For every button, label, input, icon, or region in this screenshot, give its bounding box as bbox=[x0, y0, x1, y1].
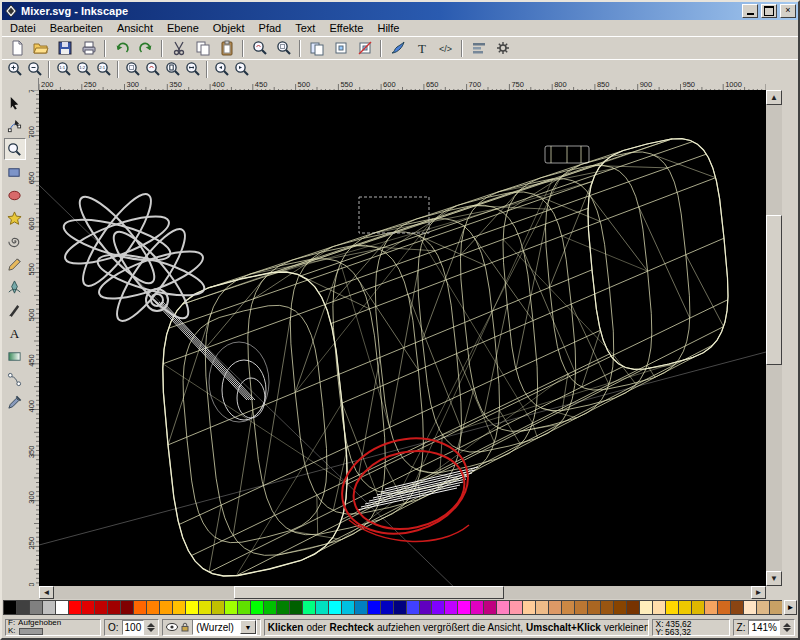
pen-tool-button[interactable] bbox=[4, 276, 26, 298]
print-document-button[interactable] bbox=[77, 37, 100, 60]
palette-swatch[interactable] bbox=[574, 600, 587, 615]
palette-swatch[interactable] bbox=[457, 600, 470, 615]
palette-swatch[interactable] bbox=[522, 600, 535, 615]
palette-swatch[interactable] bbox=[561, 600, 574, 615]
palette-swatch[interactable] bbox=[120, 600, 133, 615]
zoom-in-button[interactable] bbox=[5, 60, 24, 79]
palette-swatch[interactable] bbox=[419, 600, 432, 615]
palette-swatch[interactable] bbox=[315, 600, 328, 615]
palette-swatch[interactable] bbox=[107, 600, 120, 615]
save-document-button[interactable] bbox=[53, 37, 76, 60]
star-tool-button[interactable] bbox=[4, 207, 26, 229]
palette-swatch[interactable] bbox=[548, 600, 561, 615]
palette-swatch[interactable] bbox=[587, 600, 600, 615]
opacity-spinner[interactable] bbox=[147, 623, 155, 632]
zoom-next-button[interactable] bbox=[232, 60, 251, 79]
palette-swatch[interactable] bbox=[431, 600, 444, 615]
palette-swatch[interactable] bbox=[211, 600, 224, 615]
zoom-page-button[interactable] bbox=[163, 60, 182, 79]
palette-swatch[interactable] bbox=[198, 600, 211, 615]
palette-swatch[interactable] bbox=[3, 600, 16, 615]
menu-text[interactable]: Text bbox=[288, 21, 322, 35]
zoom-spinner[interactable] bbox=[783, 623, 791, 632]
horizontal-scroll-thumb[interactable] bbox=[234, 586, 504, 599]
palette-swatch[interactable] bbox=[652, 600, 665, 615]
palette-swatch[interactable] bbox=[367, 600, 380, 615]
layer-lock-icon[interactable] bbox=[180, 622, 190, 632]
zoom-width-button[interactable] bbox=[183, 60, 202, 79]
palette-swatch[interactable] bbox=[55, 600, 68, 615]
palette-swatch[interactable] bbox=[328, 600, 341, 615]
connector-tool-button[interactable] bbox=[4, 368, 26, 390]
clone-button[interactable] bbox=[329, 37, 352, 60]
drawing-canvas[interactable] bbox=[39, 90, 766, 586]
palette-swatch[interactable] bbox=[639, 600, 652, 615]
zoom-tool-button[interactable] bbox=[4, 138, 26, 160]
unlink-clone-button[interactable] bbox=[353, 37, 376, 60]
fill-stroke-indicator[interactable]: F:Aufgehoben K: bbox=[5, 619, 101, 636]
palette-swatch[interactable] bbox=[42, 600, 55, 615]
palette-swatch[interactable] bbox=[172, 600, 185, 615]
palette-swatch[interactable] bbox=[146, 600, 159, 615]
palette-swatch[interactable] bbox=[185, 600, 198, 615]
palette-swatch[interactable] bbox=[380, 600, 393, 615]
palette-swatch[interactable] bbox=[94, 600, 107, 615]
scroll-up-button[interactable]: ▲ bbox=[766, 90, 782, 105]
horizontal-scroll-track[interactable] bbox=[504, 586, 751, 599]
vertical-scrollbar[interactable]: ▲ ▼ bbox=[766, 90, 782, 586]
zoom-selection-button[interactable] bbox=[272, 37, 295, 60]
paste-button[interactable] bbox=[215, 37, 238, 60]
palette-swatch[interactable] bbox=[717, 600, 730, 615]
palette-swatch[interactable] bbox=[756, 600, 769, 615]
palette-swatch[interactable] bbox=[341, 600, 354, 615]
palette-swatch[interactable] bbox=[393, 600, 406, 615]
maximize-button[interactable] bbox=[761, 4, 777, 18]
palette-swatch[interactable] bbox=[496, 600, 509, 615]
palette-swatch[interactable] bbox=[691, 600, 704, 615]
zoom-input[interactable]: 141% bbox=[748, 620, 780, 635]
palette-swatch[interactable] bbox=[302, 600, 315, 615]
layer-visibility-icon[interactable] bbox=[166, 622, 178, 632]
zoom-2-1-button[interactable]: 2:1 bbox=[94, 60, 113, 79]
undo-button[interactable] bbox=[110, 37, 133, 60]
palette-scroll-button[interactable]: ► bbox=[784, 600, 797, 615]
palette-swatch[interactable] bbox=[626, 600, 639, 615]
select-tool-button[interactable] bbox=[4, 92, 26, 114]
zoom-1-1-button[interactable]: 1:1 bbox=[54, 60, 73, 79]
scroll-left-button[interactable]: ◄ bbox=[39, 586, 54, 599]
palette-swatch[interactable] bbox=[704, 600, 717, 615]
palette-swatch[interactable] bbox=[289, 600, 302, 615]
layer-selector[interactable]: (Wurzel) ▼ bbox=[192, 619, 257, 635]
copy-button[interactable] bbox=[191, 37, 214, 60]
horizontal-ruler[interactable]: 2002503003504004505005506006507007508008… bbox=[39, 78, 766, 90]
palette-swatch[interactable] bbox=[470, 600, 483, 615]
palette-swatch[interactable] bbox=[68, 600, 81, 615]
align-dialog-button[interactable] bbox=[467, 37, 490, 60]
palette-swatch[interactable] bbox=[29, 600, 42, 615]
menu-bearbeiten[interactable]: Bearbeiten bbox=[43, 21, 110, 35]
chevron-down-icon[interactable]: ▼ bbox=[240, 620, 256, 634]
vertical-ruler[interactable]: 750700650600550500450400350300250200 bbox=[27, 90, 39, 586]
open-document-button[interactable] bbox=[29, 37, 52, 60]
dropper-tool-button[interactable] bbox=[4, 391, 26, 413]
redo-button[interactable] bbox=[134, 37, 157, 60]
cut-button[interactable] bbox=[167, 37, 190, 60]
palette-swatch[interactable] bbox=[354, 600, 367, 615]
fill-stroke-dialog-button[interactable] bbox=[386, 37, 409, 60]
palette-swatch[interactable] bbox=[743, 600, 756, 615]
node-tool-button[interactable] bbox=[4, 115, 26, 137]
menu-datei[interactable]: Datei bbox=[3, 21, 43, 35]
palette-swatch[interactable] bbox=[81, 600, 94, 615]
vertical-scroll-track[interactable] bbox=[766, 365, 782, 571]
titlebar[interactable]: Mixer.svg - Inkscape × bbox=[2, 2, 798, 20]
new-document-button[interactable] bbox=[5, 37, 28, 60]
palette-swatch[interactable] bbox=[678, 600, 691, 615]
horizontal-scrollbar[interactable]: ◄ ► bbox=[39, 586, 766, 599]
zoom-drawing-button[interactable] bbox=[248, 37, 271, 60]
palette-swatch[interactable] bbox=[237, 600, 250, 615]
palette-swatch[interactable] bbox=[263, 600, 276, 615]
ellipse-tool-button[interactable] bbox=[4, 184, 26, 206]
palette-swatch[interactable] bbox=[600, 600, 613, 615]
menu-ebene[interactable]: Ebene bbox=[160, 21, 206, 35]
palette-swatch[interactable] bbox=[483, 600, 496, 615]
